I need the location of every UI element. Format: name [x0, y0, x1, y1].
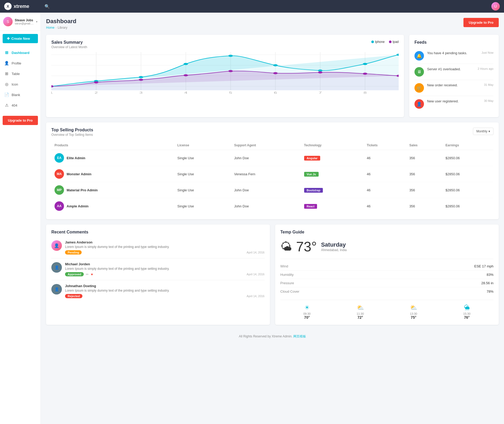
comment-body-james: James Anderson Lorem Ipsum is simply dum… [65, 240, 265, 255]
warning-icon: ⚠ [4, 103, 9, 108]
comment-james: 👤 James Anderson Lorem Ipsum is simply d… [51, 237, 265, 258]
heart-icon[interactable]: ♥ [91, 272, 93, 276]
sidebar-item-icon-label: Icon [12, 82, 18, 86]
product-agent-ma: Venessa Fern [231, 166, 301, 182]
product-sales-ea: 356 [406, 150, 442, 166]
table-row: EA Elite Admin Single Use John Doe Angul… [51, 150, 493, 166]
header-upgrade-button[interactable]: Upgrade to Pro [463, 18, 499, 27]
comment-date-james: April 14, 2016 [247, 251, 265, 254]
temp-wind-row: Wind ESE 17 mph [280, 262, 494, 271]
svg-point-26 [318, 71, 323, 73]
temp-humidity-row: Humidity 83% [280, 271, 494, 279]
temp-location-group: Saturday Ahmedabad, India [321, 241, 347, 252]
comment-date-michael: April 14, 2016 [247, 273, 265, 276]
sidebar-item-profile[interactable]: 👤 Profile [0, 58, 41, 68]
breadcrumb-home[interactable]: Home [46, 26, 55, 29]
product-sales-aa: 356 [406, 198, 442, 214]
monthly-filter-button[interactable]: Monthly ▾ [473, 128, 493, 135]
sales-subtitle: Overview of Latest Month [51, 45, 87, 49]
feed-user-icon: 👤 [414, 99, 424, 109]
feed-tasks-msg: You have 4 pending tasks. [427, 51, 478, 55]
temp-cloudcover-row: Cloud Cover 78% [280, 287, 494, 296]
forecast-1330: ⛅ 13:30 75° [410, 304, 417, 320]
sidebar-user[interactable]: S Steave Jobs varun@gmail.com ▾ [0, 13, 41, 31]
forecast-temp-1530: 76° [463, 315, 471, 320]
svg-text:6: 6 [274, 91, 277, 94]
sidebar-item-dashboard[interactable]: ⊞ Dashboard [0, 47, 41, 58]
product-tickets-ea: 46 [364, 150, 406, 166]
logo-icon: X [4, 3, 12, 10]
temp-location: Ahmedabad, India [321, 248, 347, 252]
sidebar-item-blank[interactable]: 📄 Blank [0, 89, 41, 100]
col-products: Products [51, 141, 174, 150]
sidebar-avatar: S [3, 17, 13, 26]
temp-day: Saturday [321, 241, 347, 248]
page-title: Dashboard [46, 18, 76, 25]
comments-title: Recent Comments [51, 230, 265, 235]
sidebar-item-profile-label: Profile [12, 61, 21, 65]
product-cell-ma: MA Monster Admin [51, 166, 174, 182]
sidebar-avatar-initial: S [7, 19, 9, 24]
sidebar-upgrade-button[interactable]: Upgrade to Pro [3, 116, 38, 125]
search-icon[interactable]: 🔍 [45, 4, 50, 9]
sidebar-item-table[interactable]: ⊞ Table [0, 68, 41, 79]
edit-icon[interactable]: ✏ [86, 272, 89, 276]
sidebar-item-404[interactable]: ⚠ 404 [0, 100, 41, 111]
comment-date-johnathan: April 14, 2016 [247, 295, 265, 298]
feed-user-msg: New user registered. [427, 99, 481, 103]
products-table-body: EA Elite Admin Single Use John Doe Angul… [51, 150, 493, 214]
app-logo[interactable]: X xtreme [4, 3, 42, 10]
sidebar-item-icon[interactable]: ◎ Icon [0, 79, 41, 89]
comments-list: 👤 James Anderson Lorem Ipsum is simply d… [51, 237, 265, 302]
chevron-down-icon: ▾ [488, 129, 490, 133]
products-header-row: Products License Support Agent Technolog… [51, 141, 493, 150]
feed-tasks-text: You have 4 pending tasks. [427, 51, 478, 55]
feed-item-order: 🛒 New order received. 31 May [414, 80, 493, 96]
footer-link[interactable]: 网页模板 [293, 335, 306, 338]
svg-text:2: 2 [95, 91, 98, 94]
forecast-time-1330: 13:30 [410, 312, 417, 315]
create-new-label: Create New [11, 37, 30, 41]
forecast-cloud-icon: ⛅ [357, 304, 364, 311]
cloudcover-label: Cloud Cover [280, 290, 299, 293]
top-navigation: X xtreme 🔍 U [0, 0, 504, 13]
temp-guide-title: Temp Guide [280, 230, 494, 235]
forecast-time-0930: 09:30 [303, 312, 311, 315]
svg-point-16 [273, 64, 278, 66]
footer: All Rights Reserved by Xtreme Admin. 网页模… [46, 330, 499, 343]
icon-icon: ◎ [4, 82, 9, 87]
top-cards-row: Sales Summary Overview of Latest Month I… [46, 35, 499, 117]
chevron-down-icon: ▾ [36, 20, 37, 23]
feeds-card: Feeds 🔔 You have 4 pending tasks. Just N… [409, 35, 499, 117]
sidebar-nav: ⊞ Dashboard 👤 Profile ⊞ Table ◎ Icon 📄 B… [0, 46, 41, 112]
product-tech-aa: React [301, 198, 364, 214]
comment-name-michael: Michael Jorden [65, 262, 265, 266]
product-agent-mp: John Doe [231, 182, 301, 198]
dashboard-icon: ⊞ [4, 50, 9, 55]
wind-label: Wind [280, 264, 288, 268]
forecast-time-1130: 11:30 [357, 312, 364, 315]
sales-title: Sales Summary [51, 40, 87, 45]
top-selling-header: Top Selling Products Overview of Top Sel… [51, 128, 493, 137]
top-selling-card: Top Selling Products Overview of Top Sel… [46, 122, 499, 219]
product-name-mp: Material Pro Admin [67, 188, 98, 192]
svg-text:5: 5 [229, 91, 232, 94]
feeds-list: 🔔 You have 4 pending tasks. Just Now 🖥 S… [414, 48, 493, 112]
col-license: License [174, 141, 231, 150]
svg-text:7: 7 [319, 91, 322, 94]
comment-footer-johnathan: Rejected April 14, 2016 [65, 294, 265, 298]
product-name-ma: Monster Admin [67, 172, 91, 176]
product-sales-ma: 356 [406, 166, 442, 182]
temp-pressure-row: Pressure 28.56 in [280, 279, 494, 287]
humidity-label: Humidity [280, 273, 294, 277]
sales-chart: 1 2 3 4 5 6 7 8 30k 20k 10k 0k [51, 52, 399, 94]
top-user-avatar[interactable]: U [491, 2, 500, 11]
svg-text:3: 3 [139, 91, 142, 94]
create-new-button[interactable]: ✚ Create New [3, 34, 38, 43]
wind-value: ESE 17 mph [474, 264, 493, 268]
feed-item-user: 👤 New user registered. 30 May [414, 96, 493, 112]
product-avatar-mp: MP [55, 185, 64, 195]
forecast-1530: 🌦 15:30 76° [463, 304, 471, 320]
temp-stats: Wind ESE 17 mph Humidity 83% Pressure 28… [280, 262, 494, 296]
comment-body-michael: Michael Jorden Lorem Ipsum is simply dum… [65, 262, 265, 276]
